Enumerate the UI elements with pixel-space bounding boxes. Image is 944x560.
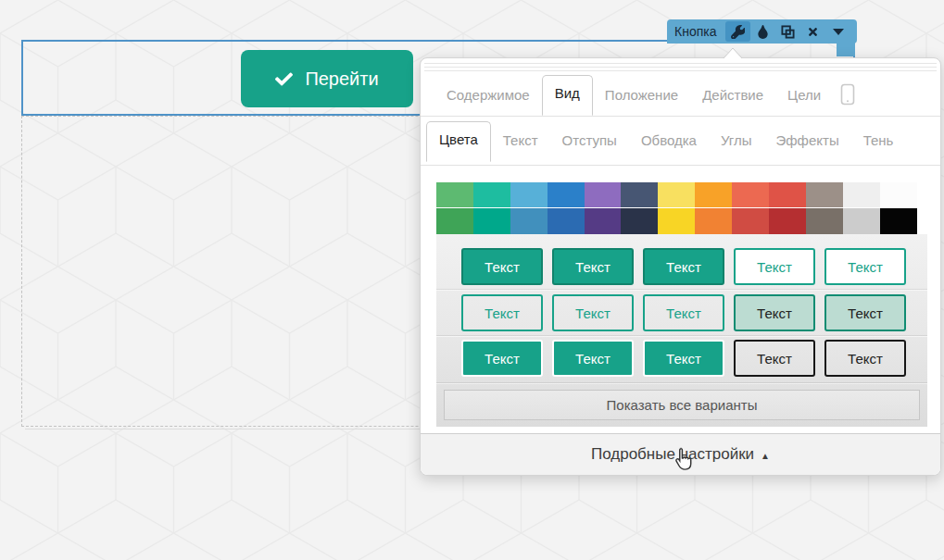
subtab-text[interactable]: Текст — [491, 123, 550, 157]
style-option-filled-wb[interactable]: Текст — [461, 340, 543, 377]
palette-swatch[interactable] — [843, 208, 880, 234]
subtab-effects[interactable]: Эффекты — [763, 123, 850, 157]
tab-device-preview[interactable] — [840, 83, 855, 106]
style-option-mint[interactable]: Текст — [734, 294, 815, 331]
style-row: ТекстТекстТекстТекстТекст — [461, 340, 906, 377]
more-options-button[interactable] — [825, 21, 850, 42]
phone-icon — [840, 83, 855, 106]
show-all-variants-button[interactable]: Показать все варианты — [444, 390, 920, 420]
palette-swatch[interactable] — [769, 208, 806, 234]
wrench-icon — [731, 25, 745, 39]
style-option-outline-white[interactable]: Текст — [734, 248, 815, 285]
palette-swatch[interactable] — [880, 208, 917, 234]
widget-toolbar: Кнопка — [667, 19, 857, 44]
tab-view[interactable]: Вид — [542, 75, 593, 116]
palette-swatch[interactable] — [621, 208, 658, 234]
widget-type-label: Кнопка — [674, 24, 716, 39]
tab-goals[interactable]: Цели — [775, 78, 833, 112]
palette-swatch[interactable] — [806, 182, 843, 207]
caret-down-icon — [833, 29, 844, 35]
canvas-go-button[interactable]: Перейти — [241, 50, 413, 107]
palette-swatch[interactable] — [658, 182, 695, 207]
panel-pointer-notch — [723, 47, 743, 58]
palette-swatch[interactable] — [843, 182, 880, 207]
palette-swatch[interactable] — [732, 182, 769, 207]
stacked-sheet-line — [424, 67, 937, 68]
color-palette — [436, 182, 917, 234]
droplet-icon — [758, 25, 768, 39]
view-subtabs-row: ЦветаТекстОтступыОбводкаУглыЭффектыТень — [421, 116, 940, 166]
palette-swatch[interactable] — [769, 182, 806, 207]
subtab-border[interactable]: Обводка — [629, 123, 709, 157]
subtab-corners[interactable]: Углы — [709, 123, 764, 157]
tab-action[interactable]: Действие — [690, 78, 775, 112]
delete-button[interactable] — [800, 21, 825, 42]
detailed-settings-toggle[interactable]: Подробные настройки ▲ — [421, 433, 940, 475]
editor-canvas: Перейти Кнопка — [0, 0, 944, 560]
stacked-sheet-line — [424, 70, 937, 71]
style-option-outline-white[interactable]: Текст — [824, 248, 906, 285]
style-option-outline-plain[interactable]: Текст — [643, 294, 724, 331]
settings-button[interactable] — [725, 21, 750, 42]
style-option-filled[interactable]: Текст — [552, 248, 634, 285]
button-style-presets-zone: Показать все варианты ТекстТекстТекстТек… — [436, 234, 927, 427]
palette-swatch[interactable] — [510, 182, 548, 207]
palette-swatch[interactable] — [695, 182, 732, 207]
subtab-margins[interactable]: Отступы — [550, 123, 629, 157]
subtab-shadow[interactable]: Тень — [851, 123, 906, 157]
style-option-outline-black[interactable]: Текст — [734, 340, 815, 377]
tab-position[interactable]: Положение — [593, 78, 690, 112]
check-icon — [275, 70, 293, 88]
style-option-outline-plain[interactable]: Текст — [552, 294, 634, 331]
palette-swatch[interactable] — [880, 182, 917, 207]
palette-swatch[interactable] — [548, 208, 585, 234]
main-tabs-row: СодержимоеВидПоложениеДействиеЦели — [421, 73, 940, 117]
style-option-filled-wb[interactable]: Текст — [552, 340, 634, 377]
palette-swatch[interactable] — [732, 208, 769, 234]
go-button-label: Перейти — [305, 68, 378, 90]
palette-swatch[interactable] — [695, 208, 732, 234]
palette-swatch[interactable] — [585, 182, 622, 207]
row-seam — [436, 335, 927, 336]
tabs-list: СодержимоеВидПоложениеДействиеЦели — [434, 77, 833, 112]
fill-style-button[interactable] — [750, 21, 775, 42]
palette-swatch[interactable] — [585, 208, 622, 234]
palette-swatch[interactable] — [548, 182, 585, 207]
palette-swatch[interactable] — [806, 208, 843, 234]
detailed-settings-label: Подробные настройки — [591, 445, 754, 464]
style-option-filled-wb[interactable]: Текст — [643, 340, 724, 377]
settings-panel: СодержимоеВидПоложениеДействиеЦели Цвета… — [420, 57, 941, 476]
stacked-sheet-line — [424, 63, 937, 64]
toolbar-tail — [837, 42, 855, 56]
palette-swatch[interactable] — [658, 208, 695, 234]
row-seam — [436, 289, 927, 290]
style-option-outline-plain[interactable]: Текст — [461, 294, 543, 331]
subtab-colors[interactable]: Цвета — [426, 121, 491, 162]
palette-swatch[interactable] — [510, 208, 548, 234]
duplicate-button[interactable] — [775, 21, 800, 42]
palette-swatch[interactable] — [436, 182, 473, 207]
copy-icon — [781, 25, 795, 39]
palette-swatch[interactable] — [621, 182, 658, 207]
style-option-mint[interactable]: Текст — [824, 294, 906, 331]
style-option-outline-black[interactable]: Текст — [824, 340, 906, 377]
style-row: ТекстТекстТекстТекстТекст — [461, 248, 906, 285]
palette-swatch[interactable] — [473, 182, 510, 207]
palette-swatch[interactable] — [436, 208, 473, 234]
tab-content[interactable]: Содержимое — [434, 78, 542, 112]
palette-swatch[interactable] — [473, 208, 510, 234]
x-icon — [807, 26, 819, 38]
style-row: ТекстТекстТекстТекстТекст — [461, 294, 906, 331]
row-seam — [436, 382, 927, 383]
style-option-filled[interactable]: Текст — [643, 248, 724, 285]
style-option-filled[interactable]: Текст — [461, 248, 543, 285]
collapse-arrow-icon: ▲ — [761, 451, 770, 461]
